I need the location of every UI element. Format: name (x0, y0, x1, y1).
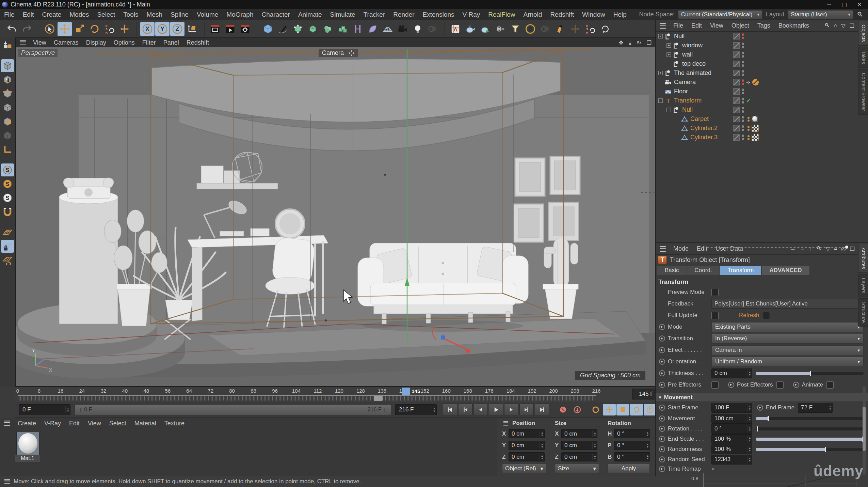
menu-simulate[interactable]: Simulate (326, 11, 359, 18)
cube-primitive-icon[interactable] (261, 22, 275, 36)
cloner-icon[interactable] (336, 22, 350, 36)
menu-modes[interactable]: Modes (65, 11, 93, 18)
coord-position-x-field[interactable]: 0 cm▴▾ (509, 429, 545, 438)
coord-rotation-p-field[interactable]: 0 °▴▾ (614, 441, 650, 450)
timeline-scroll-thumb[interactable] (374, 396, 383, 401)
tree-item-carpet[interactable]: Carpet (656, 114, 868, 124)
layer-chip-icon[interactable] (733, 125, 740, 131)
attr-menu-edit[interactable]: Edit (693, 245, 711, 252)
tree-item-the-animated[interactable]: +The animated (656, 68, 861, 78)
expander-icon[interactable]: + (666, 52, 671, 57)
panel-tab-attributes[interactable]: Attributes (858, 244, 868, 273)
expander-icon[interactable]: + (658, 71, 663, 75)
minimize-button[interactable]: ─ (827, 1, 831, 8)
vray-teapot-icon[interactable] (463, 22, 478, 36)
phong-tag-icon[interactable] (748, 126, 750, 131)
coord-size-y-field[interactable]: 0 cm▴▾ (561, 441, 597, 450)
object-name[interactable]: Camera (674, 79, 696, 86)
end-frame-field[interactable]: 216 F ▴▾ (395, 404, 437, 415)
menu-window[interactable]: Window (578, 11, 609, 18)
status-menu-icon[interactable] (4, 479, 10, 484)
range-grip-right[interactable]: ‖ (384, 407, 386, 413)
coord-position-z-field[interactable]: 0 cm▴▾ (509, 452, 545, 461)
effect-select[interactable]: Camera in▾ (711, 345, 864, 355)
object-name[interactable]: The animated (674, 69, 711, 77)
workplane-icon[interactable] (1, 143, 14, 156)
workplane-rotate-icon[interactable] (1, 254, 14, 267)
floor-object-icon[interactable] (381, 22, 395, 36)
viewport-menu-display[interactable]: Display (82, 39, 110, 46)
viewport-menu-cameras[interactable]: Cameras (50, 39, 82, 46)
object-name[interactable]: Transform (674, 97, 702, 104)
object-name[interactable]: Floor (674, 88, 688, 95)
viewport-menu-view[interactable]: View (29, 39, 50, 46)
z-axis-lock-icon[interactable]: Z (170, 22, 184, 36)
view-name-label[interactable]: Perspective (18, 49, 58, 57)
visibility-dots-icon[interactable] (742, 79, 744, 85)
om-menu-tags[interactable]: Tags (753, 22, 774, 29)
snap-model-icon[interactable]: S (1, 163, 14, 176)
coordinate-system-icon[interactable] (185, 22, 199, 36)
keyframe-circle-icon[interactable] (659, 405, 665, 411)
material-menu-v-ray[interactable]: V-Ray (40, 420, 65, 427)
search-icon[interactable]: 🔍︎ (857, 11, 863, 18)
last-tool-psr-icon[interactable]: PSR (102, 22, 117, 36)
expander-icon[interactable]: - (658, 34, 663, 38)
texture-mode-icon[interactable] (1, 73, 14, 86)
material-name[interactable]: Mat.1 (15, 455, 40, 462)
stepper-icon[interactable]: ▴▾ (540, 430, 544, 437)
undo-icon[interactable] (5, 22, 19, 36)
menu-create[interactable]: Create (38, 11, 65, 18)
menu-tracker[interactable]: Tracker (359, 11, 389, 18)
visibility-dots-icon[interactable] (742, 135, 744, 140)
keyframe-circle-icon[interactable] (659, 466, 665, 472)
thickness-field[interactable]: 0 cm ▴▾ (711, 368, 752, 378)
material-menu-select[interactable]: Select (105, 420, 130, 427)
layer-chip-icon[interactable] (733, 97, 740, 104)
stepper-icon[interactable]: ▴▾ (645, 430, 650, 437)
generator-icon[interactable] (306, 22, 320, 36)
rotation-field[interactable]: 0 ° ▴▾ (711, 424, 752, 434)
keyframe-circle-icon[interactable] (659, 436, 665, 442)
uv-edit-icon[interactable] (448, 22, 463, 36)
subdivision-surface-icon[interactable] (291, 22, 305, 36)
stepper-icon[interactable]: ▴▾ (747, 446, 752, 453)
thickness-slider[interactable] (756, 372, 864, 375)
orientation-select[interactable]: Uniform / Random▾ (711, 357, 864, 367)
object-name[interactable]: top deco (682, 60, 706, 67)
attr-tab-advanced[interactable]: ADVANCED (761, 266, 809, 275)
material-menu-edit[interactable]: Edit (65, 420, 84, 427)
material-menu-texture[interactable]: Texture (160, 420, 189, 427)
psr-transfer-icon[interactable]: PSR (583, 22, 597, 36)
preview-mode-checkbox[interactable] (711, 289, 719, 296)
keyframe-circle-icon[interactable] (659, 347, 665, 353)
keyframe-circle-icon[interactable] (793, 382, 799, 388)
visibility-dots-icon[interactable] (742, 89, 744, 94)
search-icon[interactable]: 🔍︎ (824, 22, 830, 29)
previous-key-button[interactable] (458, 404, 472, 416)
new-panel-icon[interactable]: ❏ (850, 246, 855, 252)
next-frame-button[interactable] (504, 404, 518, 416)
coord-rotation-b-field[interactable]: 0 °▴▾ (614, 452, 650, 461)
start-frame-field[interactable]: 100 F ▴▾ (711, 403, 752, 413)
attributes-scrollbar[interactable] (863, 386, 866, 475)
focus-tag-icon[interactable]: ⊹ (746, 80, 750, 85)
object-name[interactable]: window (682, 42, 703, 49)
panel-tab-takes[interactable]: Takes (858, 47, 868, 68)
stepper-icon[interactable]: ▴▾ (747, 456, 752, 463)
preview-range-slider[interactable]: ‖ 0 F 216 F ‖ (75, 404, 391, 415)
menu-edit[interactable]: Edit (19, 11, 38, 18)
proxy-teapot-icon[interactable] (478, 22, 493, 36)
dim-sphere-icon[interactable] (538, 22, 552, 36)
maximize-button[interactable]: ▢ (841, 1, 847, 8)
menu-arnold[interactable]: Arnold (519, 11, 546, 18)
tree-item-camera[interactable]: Camera⊹ (656, 78, 861, 87)
visibility-dots-icon[interactable] (742, 98, 744, 104)
material-menu-view[interactable]: View (84, 420, 105, 427)
back-arrow-icon[interactable]: ← (790, 246, 796, 252)
workplane-lock-icon[interactable] (1, 240, 14, 253)
snap-dynamic-icon[interactable]: S (1, 191, 14, 204)
light-object-icon[interactable] (411, 22, 425, 36)
new-panel-icon[interactable]: ❏ (850, 22, 854, 29)
menu-extensions[interactable]: Extensions (419, 11, 459, 18)
